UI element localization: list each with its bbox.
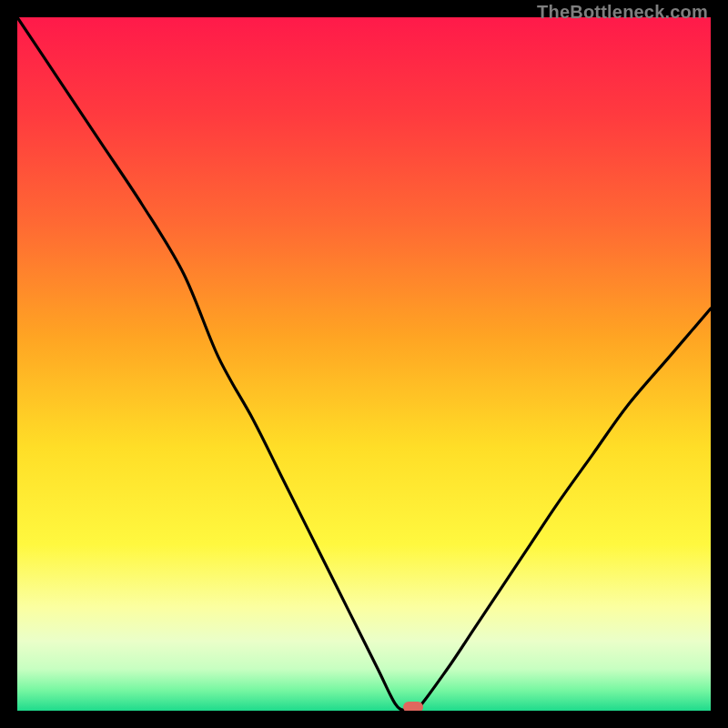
- bottleneck-curve: [17, 17, 711, 711]
- optimal-point-marker: [403, 702, 423, 711]
- plot-area: [17, 17, 711, 711]
- attribution-watermark: TheBottleneck.com: [537, 2, 708, 23]
- chart-frame: TheBottleneck.com: [0, 0, 728, 728]
